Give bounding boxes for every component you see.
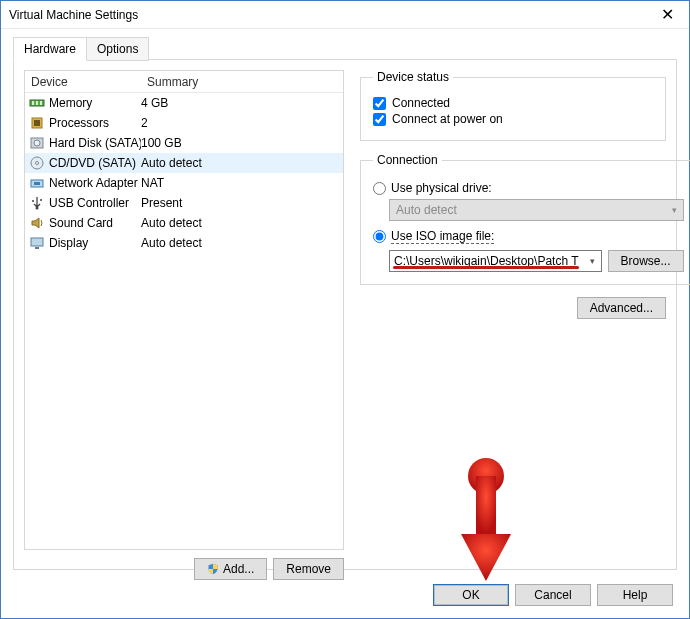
cddvd-icon — [29, 155, 45, 171]
dialog-window: Virtual Machine Settings ✕ Hardware Opti… — [0, 0, 690, 619]
svg-point-9 — [36, 162, 39, 165]
physical-drive-select: Auto detect ▾ — [389, 199, 684, 221]
tab-options[interactable]: Options — [86, 37, 149, 61]
iso-radio[interactable] — [373, 230, 386, 243]
group-title: Device status — [373, 70, 453, 84]
iso-radio-row[interactable]: Use ISO image file: — [373, 229, 684, 244]
list-item[interactable]: Network Adapter NAT — [25, 173, 343, 193]
advanced-button[interactable]: Advanced... — [577, 297, 666, 319]
connection-group: Connection Use physical drive: Auto dete… — [360, 153, 690, 285]
iso-path-combobox[interactable]: C:\Users\wikigain\Desktop\Patch T ▾ — [389, 250, 602, 272]
device-summary: 4 GB — [141, 96, 343, 110]
iso-row: C:\Users\wikigain\Desktop\Patch T ▾ Brow… — [389, 250, 684, 272]
connected-checkbox-row[interactable]: Connected — [373, 96, 653, 110]
svg-rect-5 — [34, 120, 40, 126]
svg-rect-2 — [36, 101, 38, 105]
device-label: Hard Disk (SATA) — [49, 136, 141, 150]
left-column: Device Summary Memory 4 GB Processors 2 … — [24, 70, 344, 559]
connected-checkbox[interactable] — [373, 97, 386, 110]
list-item[interactable]: Hard Disk (SATA) 100 GB — [25, 133, 343, 153]
memory-icon — [29, 95, 45, 111]
physical-drive-radio-row[interactable]: Use physical drive: — [373, 181, 684, 195]
device-label: Network Adapter — [49, 176, 138, 190]
harddisk-icon — [29, 135, 45, 151]
shield-icon — [207, 563, 219, 575]
titlebar: Virtual Machine Settings ✕ — [1, 1, 689, 29]
list-item[interactable]: Sound Card Auto detect — [25, 213, 343, 233]
tab-strip: Hardware Options — [13, 37, 148, 61]
svg-rect-13 — [31, 238, 43, 246]
window-title: Virtual Machine Settings — [9, 8, 138, 22]
chevron-down-icon: ▾ — [672, 205, 677, 215]
iso-label: Use ISO image file: — [391, 229, 494, 244]
device-summary: Auto detect — [141, 156, 343, 170]
svg-rect-3 — [40, 101, 42, 105]
display-icon — [29, 235, 45, 251]
svg-point-12 — [36, 207, 39, 210]
chevron-down-icon[interactable]: ▾ — [583, 251, 601, 271]
list-item[interactable]: Memory 4 GB — [25, 93, 343, 113]
list-item[interactable]: Processors 2 — [25, 113, 343, 133]
column-header-device[interactable]: Device — [25, 75, 141, 89]
svg-rect-11 — [34, 182, 40, 185]
device-label: Memory — [49, 96, 92, 110]
cancel-button[interactable]: Cancel — [515, 584, 591, 606]
connect-poweron-checkbox[interactable] — [373, 113, 386, 126]
connect-poweron-checkbox-row[interactable]: Connect at power on — [373, 112, 653, 126]
list-item[interactable]: USB Controller Present — [25, 193, 343, 213]
tab-hardware[interactable]: Hardware — [13, 37, 87, 61]
device-label: USB Controller — [49, 196, 129, 210]
device-summary: Auto detect — [141, 216, 343, 230]
connected-label: Connected — [392, 96, 450, 110]
device-summary: Present — [141, 196, 343, 210]
dialog-buttons: OK Cancel Help — [433, 584, 673, 606]
device-label: CD/DVD (SATA) — [49, 156, 136, 170]
usb-icon — [29, 195, 45, 211]
device-list: Device Summary Memory 4 GB Processors 2 … — [24, 70, 344, 550]
remove-button[interactable]: Remove — [273, 558, 344, 580]
help-button[interactable]: Help — [597, 584, 673, 606]
svg-rect-1 — [32, 101, 34, 105]
device-status-group: Device status Connected Connect at power… — [360, 70, 666, 141]
physical-drive-label: Use physical drive: — [391, 181, 492, 195]
device-summary: Auto detect — [141, 236, 343, 250]
right-column: Device status Connected Connect at power… — [360, 70, 666, 319]
list-header: Device Summary — [25, 71, 343, 93]
network-icon — [29, 175, 45, 191]
device-label: Processors — [49, 116, 109, 130]
device-summary: 100 GB — [141, 136, 343, 150]
sound-icon — [29, 215, 45, 231]
highlight-annotation — [393, 266, 579, 269]
device-summary: NAT — [141, 176, 343, 190]
svg-rect-14 — [35, 247, 39, 249]
add-button[interactable]: Add... — [194, 558, 267, 580]
browse-button[interactable]: Browse... — [608, 250, 684, 272]
physical-drive-radio[interactable] — [373, 182, 386, 195]
connect-poweron-label: Connect at power on — [392, 112, 503, 126]
group-title: Connection — [373, 153, 442, 167]
svg-point-7 — [34, 140, 40, 146]
list-item[interactable]: CD/DVD (SATA) Auto detect — [25, 153, 343, 173]
close-icon[interactable]: ✕ — [645, 1, 689, 29]
tab-panel: Device Summary Memory 4 GB Processors 2 … — [13, 59, 677, 570]
processor-icon — [29, 115, 45, 131]
list-item[interactable]: Display Auto detect — [25, 233, 343, 253]
ok-button[interactable]: OK — [433, 584, 509, 606]
device-buttons: Add... Remove — [24, 558, 344, 580]
device-summary: 2 — [141, 116, 343, 130]
column-header-summary[interactable]: Summary — [141, 75, 343, 89]
device-label: Sound Card — [49, 216, 113, 230]
device-label: Display — [49, 236, 88, 250]
